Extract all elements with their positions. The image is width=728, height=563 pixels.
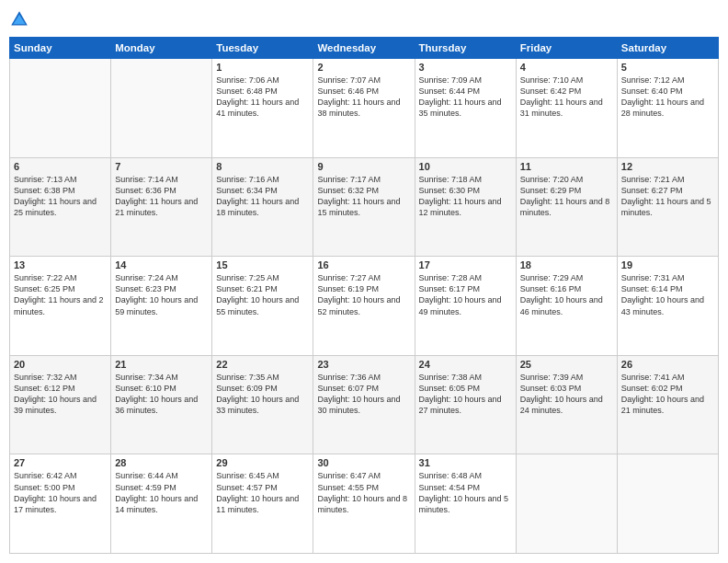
calendar-cell: 2Sunrise: 7:07 AM Sunset: 6:46 PM Daylig…	[313, 59, 415, 158]
day-info: Sunrise: 7:28 AM Sunset: 6:17 PM Dayligh…	[419, 272, 512, 317]
day-info: Sunrise: 7:17 AM Sunset: 6:32 PM Dayligh…	[317, 174, 410, 219]
day-number: 25	[520, 359, 613, 370]
calendar-cell: 22Sunrise: 7:35 AM Sunset: 6:09 PM Dayli…	[212, 355, 313, 454]
calendar-cell: 24Sunrise: 7:38 AM Sunset: 6:05 PM Dayli…	[415, 355, 516, 454]
day-info: Sunrise: 7:35 AM Sunset: 6:09 PM Dayligh…	[216, 372, 309, 417]
day-number: 28	[115, 457, 208, 468]
calendar-cell: 20Sunrise: 7:32 AM Sunset: 6:12 PM Dayli…	[10, 355, 111, 454]
day-number: 11	[520, 161, 613, 172]
day-number: 4	[520, 62, 613, 73]
day-number: 8	[216, 161, 309, 172]
calendar-cell: 26Sunrise: 7:41 AM Sunset: 6:02 PM Dayli…	[617, 355, 718, 454]
calendar-cell: 15Sunrise: 7:25 AM Sunset: 6:21 PM Dayli…	[212, 257, 313, 356]
day-info: Sunrise: 7:07 AM Sunset: 6:46 PM Dayligh…	[317, 75, 410, 120]
calendar-cell: 6Sunrise: 7:13 AM Sunset: 6:38 PM Daylig…	[10, 157, 111, 257]
day-number: 16	[317, 259, 410, 270]
day-number: 5	[621, 62, 714, 73]
day-number: 6	[14, 161, 107, 172]
day-info: Sunrise: 7:29 AM Sunset: 6:16 PM Dayligh…	[520, 272, 613, 317]
day-info: Sunrise: 7:32 AM Sunset: 6:12 PM Dayligh…	[14, 372, 107, 417]
calendar-cell: 18Sunrise: 7:29 AM Sunset: 6:16 PM Dayli…	[516, 257, 617, 356]
calendar-cell: 17Sunrise: 7:28 AM Sunset: 6:17 PM Dayli…	[415, 257, 516, 356]
weekday-header-row: SundayMondayTuesdayWednesdayThursdayFrid…	[10, 38, 719, 59]
calendar-cell: 5Sunrise: 7:12 AM Sunset: 6:40 PM Daylig…	[617, 59, 718, 158]
day-number: 10	[419, 161, 512, 172]
day-number: 22	[216, 359, 309, 370]
day-number: 31	[419, 457, 512, 468]
calendar-cell	[516, 454, 617, 554]
day-number: 9	[317, 161, 410, 172]
weekday-header-tuesday: Tuesday	[212, 38, 313, 59]
day-number: 14	[115, 259, 208, 270]
weekday-header-sunday: Sunday	[10, 38, 111, 59]
day-info: Sunrise: 6:44 AM Sunset: 4:59 PM Dayligh…	[115, 470, 208, 515]
day-number: 29	[216, 457, 309, 468]
calendar-cell: 29Sunrise: 6:45 AM Sunset: 4:57 PM Dayli…	[212, 454, 313, 554]
calendar-cell: 25Sunrise: 7:39 AM Sunset: 6:03 PM Dayli…	[516, 355, 617, 454]
calendar-cell	[10, 59, 111, 158]
calendar-cell: 1Sunrise: 7:06 AM Sunset: 6:48 PM Daylig…	[212, 59, 313, 158]
header	[9, 9, 719, 29]
day-info: Sunrise: 7:20 AM Sunset: 6:29 PM Dayligh…	[520, 174, 613, 219]
day-info: Sunrise: 6:48 AM Sunset: 4:54 PM Dayligh…	[419, 470, 512, 515]
calendar-cell: 31Sunrise: 6:48 AM Sunset: 4:54 PM Dayli…	[415, 454, 516, 554]
calendar-cell: 28Sunrise: 6:44 AM Sunset: 4:59 PM Dayli…	[111, 454, 212, 554]
day-info: Sunrise: 7:41 AM Sunset: 6:02 PM Dayligh…	[621, 372, 714, 417]
day-info: Sunrise: 7:38 AM Sunset: 6:05 PM Dayligh…	[419, 372, 512, 417]
day-number: 23	[317, 359, 410, 370]
calendar-cell: 19Sunrise: 7:31 AM Sunset: 6:14 PM Dayli…	[617, 257, 718, 356]
day-number: 12	[621, 161, 714, 172]
day-number: 3	[419, 62, 512, 73]
day-number: 27	[14, 457, 107, 468]
day-info: Sunrise: 6:42 AM Sunset: 5:00 PM Dayligh…	[14, 470, 107, 515]
weekday-header-saturday: Saturday	[617, 38, 718, 59]
day-info: Sunrise: 7:14 AM Sunset: 6:36 PM Dayligh…	[115, 174, 208, 219]
page: SundayMondayTuesdayWednesdayThursdayFrid…	[0, 0, 728, 563]
day-number: 30	[317, 457, 410, 468]
day-number: 18	[520, 259, 613, 270]
day-info: Sunrise: 7:12 AM Sunset: 6:40 PM Dayligh…	[621, 75, 714, 120]
day-info: Sunrise: 6:47 AM Sunset: 4:55 PM Dayligh…	[317, 470, 410, 515]
day-info: Sunrise: 7:25 AM Sunset: 6:21 PM Dayligh…	[216, 272, 309, 317]
day-info: Sunrise: 7:21 AM Sunset: 6:27 PM Dayligh…	[621, 174, 714, 219]
calendar-cell: 13Sunrise: 7:22 AM Sunset: 6:25 PM Dayli…	[10, 257, 111, 356]
calendar-cell: 7Sunrise: 7:14 AM Sunset: 6:36 PM Daylig…	[111, 157, 212, 257]
weekday-header-thursday: Thursday	[415, 38, 516, 59]
calendar-cell: 30Sunrise: 6:47 AM Sunset: 4:55 PM Dayli…	[313, 454, 415, 554]
calendar-cell	[617, 454, 718, 554]
calendar-table: SundayMondayTuesdayWednesdayThursdayFrid…	[9, 37, 719, 554]
calendar-cell: 11Sunrise: 7:20 AM Sunset: 6:29 PM Dayli…	[516, 157, 617, 257]
day-info: Sunrise: 7:27 AM Sunset: 6:19 PM Dayligh…	[317, 272, 410, 317]
calendar-cell: 8Sunrise: 7:16 AM Sunset: 6:34 PM Daylig…	[212, 157, 313, 257]
calendar-week-2: 6Sunrise: 7:13 AM Sunset: 6:38 PM Daylig…	[10, 157, 719, 257]
weekday-header-monday: Monday	[111, 38, 212, 59]
day-info: Sunrise: 7:22 AM Sunset: 6:25 PM Dayligh…	[14, 272, 107, 317]
day-info: Sunrise: 7:06 AM Sunset: 6:48 PM Dayligh…	[216, 75, 309, 120]
weekday-header-wednesday: Wednesday	[313, 38, 415, 59]
day-info: Sunrise: 7:31 AM Sunset: 6:14 PM Dayligh…	[621, 272, 714, 317]
day-info: Sunrise: 7:39 AM Sunset: 6:03 PM Dayligh…	[520, 372, 613, 417]
day-number: 13	[14, 259, 107, 270]
calendar-cell: 21Sunrise: 7:34 AM Sunset: 6:10 PM Dayli…	[111, 355, 212, 454]
logo-icon	[9, 9, 29, 29]
calendar-cell: 3Sunrise: 7:09 AM Sunset: 6:44 PM Daylig…	[415, 59, 516, 158]
day-info: Sunrise: 7:09 AM Sunset: 6:44 PM Dayligh…	[419, 75, 512, 120]
day-number: 7	[115, 161, 208, 172]
day-info: Sunrise: 7:24 AM Sunset: 6:23 PM Dayligh…	[115, 272, 208, 317]
calendar-cell: 16Sunrise: 7:27 AM Sunset: 6:19 PM Dayli…	[313, 257, 415, 356]
day-number: 2	[317, 62, 410, 73]
calendar-cell: 10Sunrise: 7:18 AM Sunset: 6:30 PM Dayli…	[415, 157, 516, 257]
day-info: Sunrise: 7:16 AM Sunset: 6:34 PM Dayligh…	[216, 174, 309, 219]
calendar-cell	[111, 59, 212, 158]
day-number: 26	[621, 359, 714, 370]
day-info: Sunrise: 7:36 AM Sunset: 6:07 PM Dayligh…	[317, 372, 410, 417]
calendar-cell: 4Sunrise: 7:10 AM Sunset: 6:42 PM Daylig…	[516, 59, 617, 158]
day-info: Sunrise: 7:13 AM Sunset: 6:38 PM Dayligh…	[14, 174, 107, 219]
day-number: 20	[14, 359, 107, 370]
calendar-cell: 27Sunrise: 6:42 AM Sunset: 5:00 PM Dayli…	[10, 454, 111, 554]
calendar-cell: 9Sunrise: 7:17 AM Sunset: 6:32 PM Daylig…	[313, 157, 415, 257]
day-info: Sunrise: 7:18 AM Sunset: 6:30 PM Dayligh…	[419, 174, 512, 219]
day-number: 24	[419, 359, 512, 370]
logo	[9, 9, 33, 29]
calendar-week-1: 1Sunrise: 7:06 AM Sunset: 6:48 PM Daylig…	[10, 59, 719, 158]
